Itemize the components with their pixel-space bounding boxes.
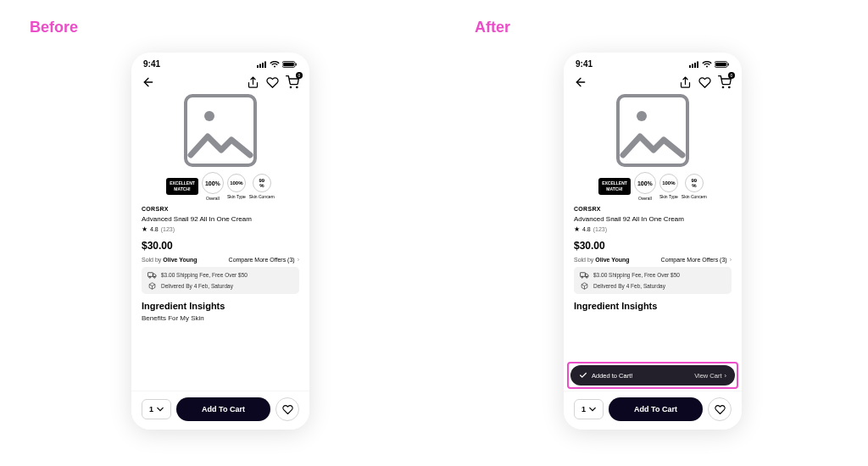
rating-count: (123)	[161, 226, 175, 232]
ingredients-title: Ingredient Insights	[142, 301, 299, 311]
product-brand: CORSRX	[142, 206, 299, 212]
favorite-button[interactable]	[275, 397, 299, 421]
label-before: Before	[30, 19, 78, 36]
svg-point-27	[586, 276, 587, 278]
product-details: CORSRX Advanced Snail 92 All In One Crea…	[131, 202, 309, 267]
battery-icon	[282, 61, 298, 68]
svg-rect-14	[689, 65, 691, 68]
cart-button[interactable]: 0	[286, 75, 299, 89]
view-cart-button[interactable]: View Cart ›	[694, 372, 726, 380]
compare-offers-button[interactable]: Compare More Offers (3) ›	[229, 257, 299, 263]
bottom-bar: 1 Add To Cart	[131, 391, 309, 430]
status-time: 9:41	[143, 59, 160, 69]
svg-point-10	[297, 86, 298, 87]
cart-button[interactable]: 0	[718, 75, 732, 89]
chevron-down-icon	[157, 406, 164, 413]
shipping-fee-text: $3.00 Shipping Fee, Free Over $50	[593, 272, 680, 278]
share-button[interactable]	[679, 76, 692, 89]
snackbar-message: Added to Cart!	[592, 372, 632, 380]
ingredients-title: Ingredient Insights	[574, 301, 732, 311]
svg-rect-15	[692, 64, 693, 68]
share-icon	[679, 76, 692, 89]
rating-row: ★ 4.8 (123)	[574, 225, 732, 233]
truck-icon	[580, 271, 589, 279]
shipping-info: $3.00 Shipping Fee, Free Over $50 Delive…	[574, 267, 732, 294]
score-overall: 100% Overall	[202, 172, 224, 201]
svg-rect-25	[580, 273, 585, 277]
svg-rect-1	[259, 64, 261, 68]
phone-after: 9:41 0 EX	[564, 53, 742, 430]
chevron-right-icon: ›	[298, 257, 299, 263]
wifi-icon	[702, 61, 712, 68]
statusbar: 9:41	[564, 53, 742, 72]
delivery-date-text: Delivered By 4 Feb, Saturday	[161, 283, 233, 289]
heart-icon	[715, 404, 726, 415]
svg-rect-16	[694, 63, 696, 68]
match-badge: EXCELLENT MATCH!	[598, 178, 631, 195]
star-icon: ★	[142, 225, 147, 233]
quantity-value: 1	[149, 405, 153, 413]
status-indicators	[257, 61, 298, 68]
quantity-value: 1	[581, 405, 586, 413]
share-button[interactable]	[247, 76, 259, 89]
wishlist-button[interactable]	[266, 76, 279, 89]
quantity-stepper[interactable]: 1	[142, 399, 171, 419]
product-name: Advanced Snail 92 All In One Cream	[574, 215, 732, 223]
product-image	[131, 91, 309, 172]
svg-point-23	[722, 86, 723, 87]
rating-row: ★ 4.8 (123)	[142, 225, 299, 233]
arrow-left-icon	[574, 75, 587, 89]
product-image	[564, 91, 742, 172]
favorite-button[interactable]	[708, 397, 732, 421]
score-overall: 100% Overall	[634, 172, 656, 201]
match-badge: EXCELLENT MATCH!	[166, 178, 198, 195]
chevron-right-icon: ›	[725, 372, 727, 380]
product-brand: CORSRX	[574, 206, 732, 212]
product-price: $30.00	[574, 240, 732, 252]
heart-icon	[266, 76, 279, 89]
svg-point-12	[149, 276, 151, 278]
box-icon	[147, 282, 157, 290]
back-button[interactable]	[142, 75, 155, 89]
image-placeholder-icon	[184, 94, 257, 167]
star-icon: ★	[574, 225, 580, 233]
svg-point-26	[581, 276, 583, 278]
shipping-info: $3.00 Shipping Fee, Free Over $50 Delive…	[142, 267, 299, 294]
svg-rect-20	[728, 63, 729, 65]
phone-before: 9:41 0	[131, 53, 309, 430]
score-skintype: 100% Skin Type	[227, 174, 246, 199]
share-icon	[247, 76, 259, 89]
product-name: Advanced Snail 92 All In One Cream	[142, 215, 299, 223]
add-to-cart-button[interactable]: Add To Cart	[609, 397, 703, 421]
match-row: EXCELLENT MATCH! 100% Overall 100% Skin …	[564, 172, 742, 202]
sold-by: Sold by Olive Young	[142, 257, 198, 263]
cart-badge: 0	[728, 72, 735, 79]
svg-rect-19	[715, 62, 726, 66]
svg-rect-3	[264, 61, 266, 68]
image-placeholder-icon	[616, 94, 689, 167]
chevron-down-icon	[589, 406, 596, 413]
svg-rect-0	[257, 65, 259, 68]
svg-rect-6	[296, 63, 297, 65]
label-after: After	[475, 19, 510, 36]
quantity-stepper[interactable]: 1	[574, 399, 604, 419]
product-price: $30.00	[142, 240, 299, 252]
battery-icon	[715, 61, 730, 68]
rating-value: 4.8	[582, 226, 591, 232]
add-to-cart-button[interactable]: Add To Cart	[176, 397, 270, 421]
back-button[interactable]	[574, 75, 587, 89]
svg-rect-5	[283, 62, 294, 66]
nav-row: 0	[131, 72, 309, 91]
wishlist-button[interactable]	[698, 76, 711, 89]
compare-offers-button[interactable]: Compare More Offers (3) ›	[661, 257, 732, 263]
chevron-right-icon: ›	[730, 257, 732, 263]
ingredients-subtitle: Benefits For My Skin	[142, 314, 299, 322]
product-details: CORSRX Advanced Snail 92 All In One Crea…	[564, 202, 742, 267]
statusbar: 9:41	[131, 53, 309, 72]
svg-point-9	[290, 86, 291, 87]
heart-icon	[698, 76, 711, 89]
sold-by: Sold by Olive Young	[574, 257, 630, 263]
rating-count: (123)	[593, 226, 607, 232]
score-skintype: 100% Skin Type	[659, 174, 678, 199]
wifi-icon	[270, 61, 280, 68]
